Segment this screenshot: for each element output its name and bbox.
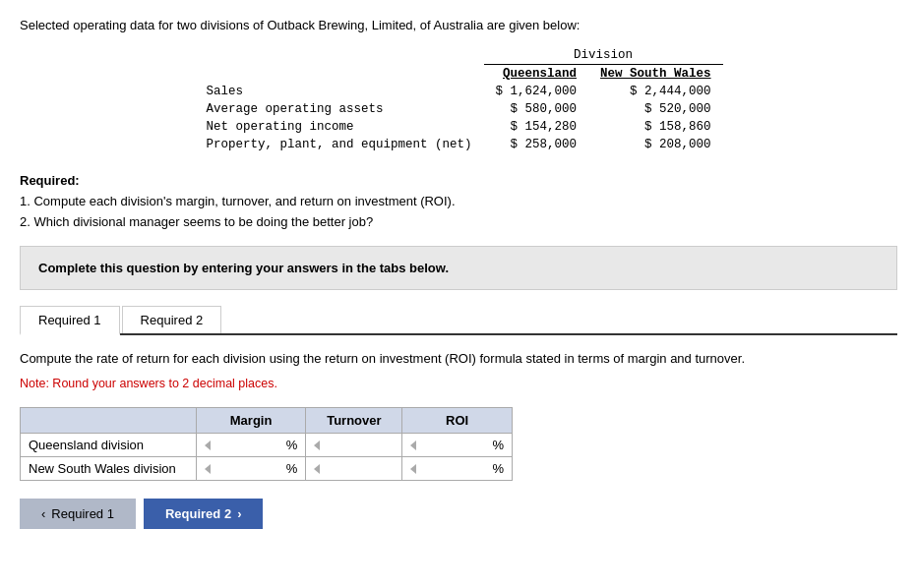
triangle-icon-qld-margin xyxy=(205,441,211,450)
table-row: Net operating income $ 154,280 $ 158,860 xyxy=(194,118,722,136)
qld-turnover-input[interactable] xyxy=(325,438,394,452)
table-row: Sales $ 1,624,000 $ 2,444,000 xyxy=(194,83,722,100)
table-row: Queensland division % xyxy=(21,434,513,457)
required-item-1: 1. Compute each division's margin, turno… xyxy=(20,194,456,208)
qld-roi-cell: % xyxy=(402,434,513,457)
data-table: Division Queensland New South Wales Sale… xyxy=(194,46,722,153)
row-label-3: Property, plant, and equipment (net) xyxy=(194,136,483,153)
row-qld-2: $ 154,280 xyxy=(484,118,589,136)
row-qld-3: $ 258,000 xyxy=(484,136,589,153)
row-qld-0: $ 1,624,000 xyxy=(484,83,589,100)
col-nsw-header: New South Wales xyxy=(588,65,723,84)
table-row: New South Wales division % xyxy=(21,457,513,481)
pct-qld-roi: % xyxy=(492,438,504,452)
qld-margin-input[interactable] xyxy=(215,438,284,452)
answer-col-roi: ROI xyxy=(402,408,513,434)
row-nsw-1: $ 520,000 xyxy=(588,100,723,118)
col-qld-header: Queensland xyxy=(484,65,589,84)
nav-buttons: ‹ Required 1 Required 2 › xyxy=(20,499,897,529)
division-header: Division xyxy=(484,46,723,65)
prev-arrow-icon: ‹ xyxy=(41,506,45,521)
triangle-icon-qld-roi xyxy=(410,441,416,450)
col-label-header xyxy=(194,65,483,84)
answer-table-wrapper: Margin Turnover ROI Queensland division … xyxy=(20,407,897,481)
next-button-label: Required 2 xyxy=(165,506,231,521)
nsw-margin-input[interactable] xyxy=(215,461,284,476)
data-table-wrapper: Division Queensland New South Wales Sale… xyxy=(20,46,897,153)
table-row: Property, plant, and equipment (net) $ 2… xyxy=(194,136,722,153)
tab-required-2[interactable]: Required 2 xyxy=(122,306,222,333)
qld-roi-input[interactable] xyxy=(421,438,490,452)
tab1-instruction: Compute the rate of return for each divi… xyxy=(20,351,745,366)
pct-nsw-margin: % xyxy=(286,461,298,476)
tab1-note: Note: Round your answers to 2 decimal pl… xyxy=(20,374,897,393)
pct-nsw-roi: % xyxy=(492,461,504,476)
nsw-margin-cell: % xyxy=(196,457,306,481)
tab-required-1[interactable]: Required 1 xyxy=(20,306,120,335)
row-label-0: Sales xyxy=(194,83,483,100)
row-label-2: Net operating income xyxy=(194,118,483,136)
answer-col-margin: Margin xyxy=(196,408,306,434)
triangle-icon-nsw-turnover xyxy=(314,464,320,474)
tab1-content: Compute the rate of return for each divi… xyxy=(20,349,897,393)
prev-button[interactable]: ‹ Required 1 xyxy=(20,499,136,529)
nsw-turnover-input[interactable] xyxy=(325,461,394,476)
row-qld-1: $ 580,000 xyxy=(484,100,589,118)
answer-table: Margin Turnover ROI Queensland division … xyxy=(20,407,513,481)
next-button[interactable]: Required 2 › xyxy=(144,499,264,529)
intro-text: Selected operating data for two division… xyxy=(20,18,897,32)
prev-button-label: Required 1 xyxy=(51,506,114,521)
complete-box: Complete this question by entering your … xyxy=(20,246,897,290)
qld-margin-cell: % xyxy=(196,434,306,457)
answer-col-turnover: Turnover xyxy=(306,408,402,434)
row-nsw-2: $ 158,860 xyxy=(588,118,723,136)
triangle-icon-nsw-margin xyxy=(205,464,211,474)
qld-turnover-cell xyxy=(306,434,402,457)
row-nsw-0: $ 2,444,000 xyxy=(588,83,723,100)
required-section: Required: 1. Compute each division's mar… xyxy=(20,171,897,232)
triangle-icon-qld-turnover xyxy=(314,441,320,450)
required-item-2: 2. Which divisional manager seems to be … xyxy=(20,214,373,229)
qld-label: Queensland division xyxy=(21,434,197,457)
table-spacer xyxy=(194,46,483,65)
row-nsw-3: $ 208,000 xyxy=(588,136,723,153)
pct-qld-margin: % xyxy=(286,438,298,452)
row-label-1: Average operating assets xyxy=(194,100,483,118)
nsw-label: New South Wales division xyxy=(21,457,197,481)
triangle-icon-nsw-roi xyxy=(410,464,416,474)
next-arrow-icon: › xyxy=(237,506,241,521)
nsw-roi-cell: % xyxy=(402,457,513,481)
tabs-row: Required 1 Required 2 xyxy=(20,306,897,335)
nsw-turnover-cell xyxy=(306,457,402,481)
table-row: Average operating assets $ 580,000 $ 520… xyxy=(194,100,722,118)
nsw-roi-input[interactable] xyxy=(421,461,490,476)
required-header: Required: xyxy=(20,173,80,188)
complete-box-text: Complete this question by entering your … xyxy=(38,261,449,275)
answer-col-label xyxy=(21,408,197,434)
